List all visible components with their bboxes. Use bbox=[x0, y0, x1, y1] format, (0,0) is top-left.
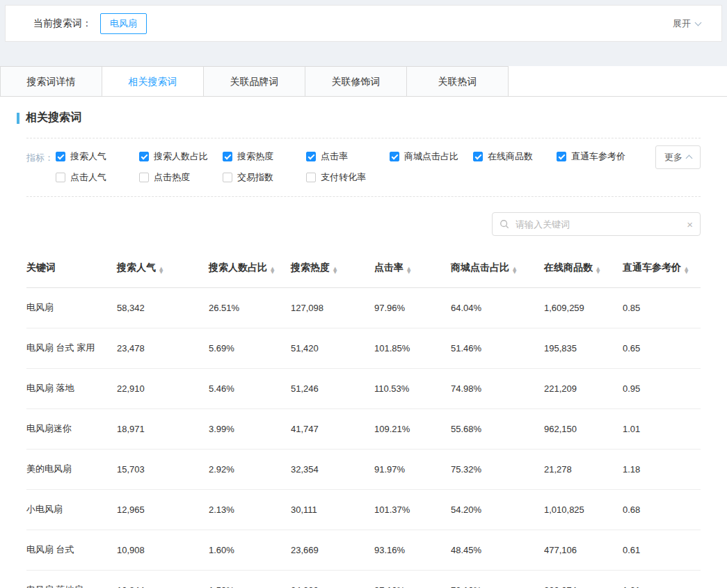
keyword-link[interactable]: 美的电风扇 bbox=[26, 450, 117, 490]
keyword-link[interactable]: 电风扇 台式 bbox=[26, 530, 117, 571]
metric-checkbox[interactable]: 搜索热度 bbox=[223, 150, 306, 163]
checked-checkbox-icon[interactable] bbox=[557, 152, 566, 161]
metric-checkbox[interactable]: 搜索人数占比 bbox=[139, 150, 223, 163]
value-cell: 3.99% bbox=[209, 409, 291, 450]
value-cell: 74.98% bbox=[451, 369, 544, 409]
tab-4[interactable]: 关联修饰词 bbox=[305, 66, 407, 96]
metric-checkbox[interactable]: 支付转化率 bbox=[306, 171, 390, 184]
value-cell: 0.68 bbox=[623, 490, 701, 530]
metric-checkbox[interactable]: 直通车参考价 bbox=[557, 150, 640, 163]
metric-checkbox[interactable]: 点击热度 bbox=[139, 171, 223, 184]
checked-checkbox-icon[interactable] bbox=[390, 152, 399, 161]
metrics-row-2: 点击人气点击热度交易指数支付转化率 bbox=[56, 171, 701, 184]
column-header[interactable]: 直通车参考价▲▼ bbox=[623, 247, 701, 288]
sort-icon[interactable]: ▲▼ bbox=[596, 267, 600, 274]
table-row: 电风扇 台式 家用23,4785.69%51,420101.85%51.46%1… bbox=[26, 328, 701, 369]
keyword-link[interactable]: 电风扇 落地 bbox=[26, 369, 117, 409]
keyword-link[interactable]: 电风扇迷你 bbox=[26, 409, 117, 450]
column-header-label: 搜索热度 bbox=[291, 262, 330, 273]
keyword-cell: 电风扇 bbox=[26, 288, 117, 328]
tab-2[interactable]: 相关搜索词 bbox=[102, 66, 204, 96]
value-cell: 26.51% bbox=[209, 288, 291, 328]
tab-1[interactable]: 搜索词详情 bbox=[0, 66, 102, 96]
column-header[interactable]: 商城点击占比▲▼ bbox=[451, 247, 544, 288]
value-cell: 2.13% bbox=[209, 490, 291, 530]
tab-5[interactable]: 关联热词 bbox=[406, 66, 509, 96]
current-term-bar: 当前搜索词： 电风扇 展开 bbox=[5, 5, 722, 42]
sort-icon[interactable]: ▲▼ bbox=[513, 267, 516, 274]
sort-icon[interactable]: ▲▼ bbox=[159, 267, 163, 274]
value-cell: 1,010,825 bbox=[544, 490, 623, 530]
value-cell: 41,747 bbox=[291, 409, 374, 450]
value-cell: 127,098 bbox=[291, 288, 374, 328]
metric-checkbox[interactable]: 点击人气 bbox=[56, 171, 139, 184]
checked-checkbox-icon[interactable] bbox=[223, 152, 232, 161]
value-cell: 1.59% bbox=[209, 571, 291, 588]
value-cell: 10,844 bbox=[117, 571, 209, 588]
metric-checkbox[interactable]: 商城点击占比 bbox=[390, 150, 473, 163]
sort-icon[interactable]: ▲▼ bbox=[271, 267, 274, 274]
column-header[interactable]: 搜索人数占比▲▼ bbox=[209, 247, 291, 288]
metric-checkbox[interactable]: 在线商品数 bbox=[473, 150, 557, 163]
metric-checkbox[interactable]: 交易指数 bbox=[223, 171, 306, 184]
column-header[interactable]: 搜索人气▲▼ bbox=[117, 247, 209, 288]
sort-icon[interactable]: ▲▼ bbox=[407, 267, 410, 274]
value-cell: 18,971 bbox=[117, 409, 209, 450]
table-row: 电风扇 落地扇10,8441.59%24,33097.10%73.10%220,… bbox=[26, 571, 701, 588]
metric-label: 直通车参考价 bbox=[571, 150, 625, 163]
unchecked-checkbox-icon[interactable] bbox=[56, 173, 65, 182]
metric-label: 在线商品数 bbox=[488, 150, 533, 163]
tab-3[interactable]: 关联品牌词 bbox=[203, 66, 305, 96]
expand-toggle[interactable]: 展开 bbox=[673, 17, 701, 30]
tab-bar: 搜索词详情相关搜索词关联品牌词关联修饰词关联热词 bbox=[0, 66, 727, 97]
value-cell: 93.16% bbox=[374, 530, 451, 571]
checked-checkbox-icon[interactable] bbox=[56, 152, 65, 161]
more-button[interactable]: 更多 bbox=[655, 145, 701, 169]
checked-checkbox-icon[interactable] bbox=[306, 152, 316, 161]
checked-checkbox-icon[interactable] bbox=[139, 152, 149, 161]
keyword-link[interactable]: 电风扇 台式 家用 bbox=[26, 328, 117, 369]
unchecked-checkbox-icon[interactable] bbox=[306, 173, 316, 182]
column-header-label: 搜索人数占比 bbox=[209, 262, 267, 273]
keyword-link[interactable]: 小电风扇 bbox=[26, 490, 117, 530]
value-cell: 109.21% bbox=[374, 409, 451, 450]
checked-checkbox-icon[interactable] bbox=[473, 152, 483, 161]
column-header[interactable]: 在线商品数▲▼ bbox=[544, 247, 623, 288]
unchecked-checkbox-icon[interactable] bbox=[139, 173, 149, 182]
value-cell: 0.95 bbox=[623, 369, 701, 409]
clear-icon[interactable]: × bbox=[687, 219, 693, 230]
value-cell: 101.85% bbox=[374, 328, 451, 369]
value-cell: 1.01 bbox=[623, 409, 701, 450]
table-header: 关键词搜索人气▲▼搜索人数占比▲▼搜索热度▲▼点击率▲▼商城点击占比▲▼在线商品… bbox=[26, 247, 701, 288]
column-header[interactable]: 点击率▲▼ bbox=[374, 247, 451, 288]
metrics-filter: 指标： 搜索人气搜索人数占比搜索热度点击率商城点击占比在线商品数直通车参考价 点… bbox=[26, 138, 701, 197]
value-cell: 51,420 bbox=[291, 328, 374, 369]
chevron-up-icon bbox=[686, 155, 693, 162]
value-cell: 22,910 bbox=[117, 369, 209, 409]
unchecked-checkbox-icon[interactable] bbox=[223, 173, 232, 182]
table-row: 美的电风扇15,7032.92%32,35491.97%75.32%21,278… bbox=[26, 450, 701, 490]
title-accent-bar bbox=[17, 113, 19, 124]
keyword-link[interactable]: 电风扇 落地扇 bbox=[26, 571, 117, 588]
column-header[interactable]: 搜索热度▲▼ bbox=[291, 247, 374, 288]
metric-label: 交易指数 bbox=[237, 171, 273, 184]
current-term-tag[interactable]: 电风扇 bbox=[100, 13, 147, 34]
value-cell: 477,106 bbox=[544, 530, 623, 571]
value-cell: 73.10% bbox=[451, 571, 544, 588]
search-input[interactable] bbox=[514, 218, 687, 230]
metric-label: 点击人气 bbox=[70, 171, 106, 184]
value-cell: 5.46% bbox=[209, 369, 291, 409]
column-header-label: 搜索人气 bbox=[117, 262, 156, 273]
value-cell: 58,342 bbox=[117, 288, 209, 328]
expand-label: 展开 bbox=[673, 17, 691, 30]
sort-icon[interactable]: ▲▼ bbox=[333, 267, 337, 274]
column-header-label: 点击率 bbox=[374, 262, 404, 273]
search-row: × bbox=[26, 212, 701, 236]
sort-icon[interactable]: ▲▼ bbox=[685, 267, 688, 274]
value-cell: 101.37% bbox=[374, 490, 451, 530]
value-cell: 91.97% bbox=[374, 450, 451, 490]
metric-checkbox[interactable]: 点击率 bbox=[306, 150, 390, 163]
metric-checkbox[interactable]: 搜索人气 bbox=[56, 150, 139, 163]
value-cell: 221,209 bbox=[544, 369, 623, 409]
metric-label: 搜索人气 bbox=[70, 150, 106, 163]
